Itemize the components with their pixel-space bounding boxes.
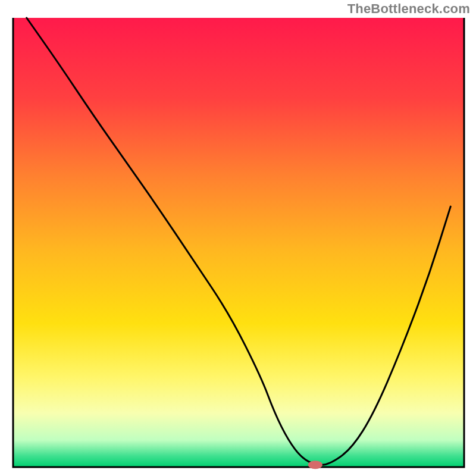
chart-stage: TheBottleneck.com (0, 0, 476, 476)
bottleneck-chart (0, 0, 476, 476)
optimal-marker (308, 461, 322, 469)
chart-background (13, 18, 464, 467)
